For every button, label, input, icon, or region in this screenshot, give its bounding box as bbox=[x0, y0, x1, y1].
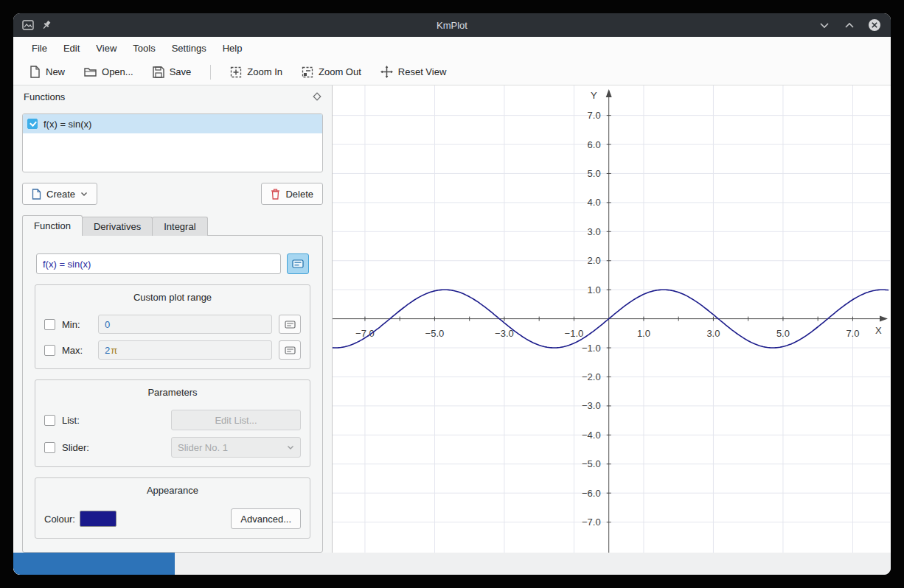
reset-view-icon bbox=[380, 66, 393, 78]
svg-text:−3.0: −3.0 bbox=[495, 328, 514, 339]
menu-settings[interactable]: Settings bbox=[164, 39, 215, 57]
titlebar[interactable]: KmPlot bbox=[13, 13, 891, 37]
chevron-down-icon bbox=[819, 22, 830, 29]
menu-file[interactable]: File bbox=[24, 39, 55, 57]
svg-text:−1.0: −1.0 bbox=[582, 343, 601, 354]
chevron-down-icon bbox=[80, 192, 88, 197]
svg-text:−5.0: −5.0 bbox=[425, 328, 445, 339]
function-item-label: f(x) = sin(x) bbox=[44, 119, 91, 130]
svg-text:1.0: 1.0 bbox=[637, 328, 650, 339]
parameter-slider-checkbox[interactable] bbox=[44, 442, 55, 453]
appearance-group: Appearance Colour: Advanced... bbox=[35, 477, 310, 539]
svg-text:5.0: 5.0 bbox=[588, 168, 601, 179]
functions-panel-header[interactable]: Functions bbox=[13, 85, 332, 108]
trash-icon bbox=[271, 189, 280, 200]
svg-text:−7.0: −7.0 bbox=[582, 517, 601, 528]
maximize-button[interactable] bbox=[842, 18, 857, 32]
formula-editor-icon bbox=[285, 346, 296, 354]
app-icon bbox=[22, 20, 34, 30]
equation-editor-icon bbox=[292, 259, 304, 268]
open-button[interactable]: Open... bbox=[78, 63, 139, 80]
max-editor-button[interactable] bbox=[279, 340, 301, 360]
plot-area[interactable]: −7.0−5.0−3.0−1.01.03.05.07.07.06.05.04.0… bbox=[333, 85, 891, 553]
reset-view-button[interactable]: Reset View bbox=[375, 63, 453, 81]
svg-text:7.0: 7.0 bbox=[846, 328, 859, 339]
svg-text:4.0: 4.0 bbox=[588, 197, 601, 208]
functions-panel: Functions f(x) = sin(x) Create bbox=[13, 85, 333, 553]
menu-tools[interactable]: Tools bbox=[125, 39, 163, 57]
folder-icon bbox=[84, 66, 97, 77]
min-editor-button[interactable] bbox=[279, 315, 301, 334]
function-tab-panel: Custom plot range Min: bbox=[22, 235, 323, 553]
svg-text:3.0: 3.0 bbox=[706, 328, 720, 339]
svg-text:5.0: 5.0 bbox=[776, 328, 790, 339]
functions-panel-title: Functions bbox=[24, 91, 65, 102]
custom-plot-range-group: Custom plot range Min: bbox=[35, 284, 310, 369]
delete-button[interactable]: Delete bbox=[261, 183, 323, 205]
svg-text:−4.0: −4.0 bbox=[582, 430, 601, 441]
new-button[interactable]: New bbox=[24, 63, 71, 81]
close-button[interactable] bbox=[867, 18, 882, 32]
pin-icon[interactable] bbox=[41, 20, 52, 30]
parameters-title: Parameters bbox=[44, 385, 301, 403]
parameter-slider-label: Slider: bbox=[62, 442, 164, 453]
zoom-out-button[interactable]: Zoom Out bbox=[296, 63, 367, 81]
parameter-list-label: List: bbox=[62, 415, 164, 426]
svg-text:−5.0: −5.0 bbox=[582, 458, 601, 469]
tab-integral[interactable]: Integral bbox=[152, 217, 207, 236]
slider-select[interactable]: Slider No. 1 bbox=[171, 437, 301, 458]
menu-view[interactable]: View bbox=[88, 39, 125, 57]
shade-button[interactable] bbox=[817, 18, 832, 32]
function-visible-checkbox[interactable] bbox=[27, 119, 38, 129]
max-checkbox[interactable] bbox=[44, 345, 55, 356]
chevron-up-icon bbox=[844, 22, 855, 29]
appearance-title: Appearance bbox=[44, 483, 301, 501]
toolbar: New Open... Save Zoom In bbox=[13, 59, 891, 85]
svg-text:3.0: 3.0 bbox=[588, 226, 601, 237]
min-input[interactable] bbox=[98, 315, 272, 334]
dock-float-icon[interactable] bbox=[313, 92, 321, 101]
function-tabs: Function Derivatives Integral bbox=[22, 217, 332, 236]
tab-derivatives[interactable]: Derivatives bbox=[82, 217, 153, 236]
svg-text:1.0: 1.0 bbox=[588, 284, 601, 295]
min-checkbox[interactable] bbox=[44, 319, 55, 330]
plot-canvas[interactable]: −7.0−5.0−3.0−1.01.03.05.07.07.06.05.04.0… bbox=[333, 85, 890, 553]
new-document-icon bbox=[29, 66, 41, 78]
svg-text:6.0: 6.0 bbox=[588, 139, 601, 150]
advanced-button[interactable]: Advanced... bbox=[231, 508, 301, 529]
statusbar bbox=[13, 553, 891, 575]
save-icon bbox=[153, 66, 164, 78]
svg-text:Y: Y bbox=[591, 90, 597, 101]
close-icon bbox=[868, 18, 881, 32]
svg-text:2.0: 2.0 bbox=[588, 255, 601, 266]
menu-edit[interactable]: Edit bbox=[55, 39, 88, 57]
edit-list-button[interactable]: Edit List... bbox=[171, 410, 301, 430]
max-input[interactable]: 2π bbox=[98, 340, 272, 360]
create-document-icon bbox=[32, 189, 41, 200]
svg-text:−2.0: −2.0 bbox=[582, 371, 601, 382]
equation-input[interactable] bbox=[36, 253, 281, 274]
custom-plot-range-title: Custom plot range bbox=[44, 290, 301, 308]
svg-text:7.0: 7.0 bbox=[588, 110, 601, 121]
min-label: Min: bbox=[62, 319, 91, 330]
svg-text:−1.0: −1.0 bbox=[565, 328, 584, 339]
statusbar-segment bbox=[13, 553, 175, 575]
tab-function[interactable]: Function bbox=[22, 215, 83, 236]
formula-editor-icon bbox=[285, 321, 296, 329]
function-list[interactable]: f(x) = sin(x) bbox=[22, 113, 323, 172]
colour-swatch[interactable] bbox=[80, 511, 117, 527]
equation-editor-button[interactable] bbox=[287, 253, 309, 274]
create-button[interactable]: Create bbox=[22, 183, 97, 205]
parameters-group: Parameters List: Edit List... Slider: Sl… bbox=[35, 379, 310, 467]
chevron-down-icon bbox=[287, 445, 294, 450]
window-title: KmPlot bbox=[13, 20, 891, 31]
parameter-list-checkbox[interactable] bbox=[44, 415, 55, 426]
menu-help[interactable]: Help bbox=[215, 39, 251, 57]
zoom-in-button[interactable]: Zoom In bbox=[224, 63, 288, 81]
function-list-item[interactable]: f(x) = sin(x) bbox=[23, 114, 322, 133]
kmplot-window: KmPlot File Edit View Tools Settings Hel… bbox=[13, 13, 891, 575]
svg-text:X: X bbox=[875, 325, 882, 336]
svg-text:−3.0: −3.0 bbox=[582, 400, 601, 411]
save-button[interactable]: Save bbox=[147, 63, 198, 81]
colour-label: Colour: bbox=[44, 514, 75, 525]
